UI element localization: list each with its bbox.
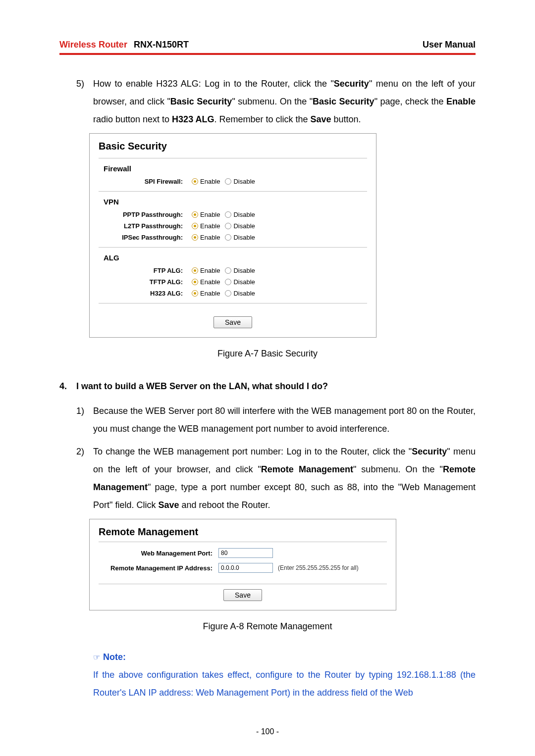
text: button. [331, 114, 361, 124]
note-text: If the above configuration takes effect,… [93, 666, 476, 702]
note-heading: ☞Note: [93, 648, 476, 666]
radio-label: Enable [200, 290, 220, 297]
remote-ip-input[interactable] [218, 563, 273, 573]
radio-unselected-icon [225, 223, 231, 229]
text: . Remember to click the [214, 114, 310, 124]
page: Wireless Router RNX-N150RT User Manual 5… [0, 0, 535, 756]
text-bold: H323 ALG [172, 114, 214, 124]
save-button[interactable]: Save [214, 316, 252, 328]
remote-ip-row: Remote Management IP Address: (Enter 255… [99, 563, 387, 573]
step-1-text: Because the WEB Server port 80 will inte… [93, 402, 476, 438]
remote-ip-hint: (Enter 255.255.255.255 for all) [278, 564, 359, 571]
model-label: RNX-N150RT [134, 40, 189, 50]
radio-label: Disable [233, 267, 255, 274]
spi-disable-radio[interactable]: Disable [225, 178, 255, 185]
heading-4: 4. I want to build a WEB Server on the L… [59, 377, 476, 395]
step-5: 5) How to enable H323 ALG: Log in to the… [76, 75, 476, 128]
ftp-alg-row: FTP ALG: Enable Disable [99, 267, 367, 274]
l2tp-enable-radio[interactable]: Enable [192, 222, 220, 230]
text-bold: Basic Security [313, 97, 374, 106]
text: " page, check the [374, 97, 446, 106]
page-number: - 100 - [0, 727, 535, 736]
pptp-enable-radio[interactable]: Enable [192, 211, 220, 218]
h323-disable-radio[interactable]: Disable [225, 290, 255, 297]
ftp-enable-radio[interactable]: Enable [192, 267, 220, 274]
step-5-number: 5) [76, 75, 93, 128]
step-2-number: 2) [76, 443, 93, 514]
radio-label: Enable [200, 222, 220, 230]
h323-alg-label: H323 ALG: [99, 290, 183, 297]
text-bold: Basic Security [170, 97, 232, 106]
radio-selected-icon [192, 223, 198, 229]
firewall-section: Firewall SPI Firewall: Enable Disable [99, 158, 367, 185]
radio-label: Disable [233, 178, 255, 185]
text: radio button next to [93, 114, 172, 124]
radio-label: Disable [233, 290, 255, 297]
text-bold: Security [334, 79, 369, 89]
l2tp-row: L2TP Passthrough: Enable Disable [99, 222, 367, 230]
radio-unselected-icon [225, 290, 231, 297]
radio-label: Enable [200, 178, 220, 185]
figure-a7-caption: Figure A-7 Basic Security [59, 345, 476, 362]
header-right: User Manual [423, 40, 476, 50]
remote-management-panel: Remote Management Web Management Port: R… [89, 519, 396, 610]
ipsec-disable-radio[interactable]: Disable [225, 234, 255, 241]
save-button[interactable]: Save [223, 589, 262, 601]
ipsec-enable-radio[interactable]: Enable [192, 234, 220, 241]
text-bold: Security [412, 447, 447, 456]
text-bold: Enable [446, 97, 476, 106]
panel-title: Basic Security [99, 141, 367, 152]
text-bold: Save [158, 500, 179, 510]
radio-unselected-icon [225, 211, 231, 218]
text-bold: Save [311, 114, 331, 124]
step-1: 1) Because the WEB Server port 80 will i… [76, 402, 476, 438]
tftp-alg-label: TFTP ALG: [99, 278, 183, 286]
radio-unselected-icon [225, 279, 231, 285]
tftp-alg-row: TFTP ALG: Enable Disable [99, 278, 367, 286]
l2tp-label: L2TP Passthrough: [99, 222, 183, 230]
h323-enable-radio[interactable]: Enable [192, 290, 220, 297]
basic-security-panel: Basic Security Firewall SPI Firewall: En… [89, 133, 376, 338]
text: and reboot the Router. [179, 500, 270, 510]
tftp-disable-radio[interactable]: Disable [225, 278, 255, 286]
radio-selected-icon [192, 234, 198, 241]
radio-label: Disable [233, 211, 255, 218]
pptp-label: PPTP Passthrough: [99, 211, 183, 218]
alg-title: ALG [104, 253, 367, 262]
radio-selected-icon [192, 279, 198, 285]
radio-selected-icon [192, 211, 198, 218]
remote-ip-label: Remote Management IP Address: [99, 564, 213, 572]
radio-label: Enable [200, 211, 220, 218]
pptp-disable-radio[interactable]: Disable [225, 211, 255, 218]
step-2-text: To change the WEB management port number… [93, 443, 476, 514]
text: How to enable H323 ALG: Log in to the Ro… [93, 79, 334, 89]
text: " page, type a port number except 80, su… [93, 482, 476, 510]
header-rule [59, 53, 476, 55]
l2tp-disable-radio[interactable]: Disable [225, 222, 255, 230]
radio-unselected-icon [225, 234, 231, 241]
radio-selected-icon [192, 178, 198, 185]
text: " submenu. On the " [353, 464, 443, 474]
figure-a8-caption: Figure A-8 Remote Management [59, 617, 476, 635]
ipsec-row: IPSec Passthrough: Enable Disable [99, 234, 367, 241]
text: To change the WEB management port number… [93, 447, 412, 456]
radio-unselected-icon [225, 178, 231, 185]
radio-label: Disable [233, 278, 255, 286]
step-2: 2) To change the WEB management port num… [76, 443, 476, 514]
radio-selected-icon [192, 290, 198, 297]
text: " submenu. On the " [232, 97, 313, 106]
radio-selected-icon [192, 267, 198, 274]
ftp-disable-radio[interactable]: Disable [225, 267, 255, 274]
tftp-enable-radio[interactable]: Enable [192, 278, 220, 286]
pointing-hand-icon: ☞ [93, 653, 100, 661]
radio-label: Disable [233, 222, 255, 230]
vpn-section: VPN PPTP Passthrough: Enable Disable L2T… [99, 191, 367, 241]
remote-fields: Web Management Port: Remote Management I… [99, 542, 387, 584]
h323-alg-row: H323 ALG: Enable Disable [99, 290, 367, 297]
web-port-row: Web Management Port: [99, 548, 387, 558]
alg-section: ALG FTP ALG: Enable Disable TFTP ALG: En… [99, 247, 367, 297]
web-port-input[interactable] [218, 548, 273, 558]
spi-enable-radio[interactable]: Enable [192, 178, 220, 185]
vpn-title: VPN [104, 198, 367, 206]
step-1-number: 1) [76, 402, 93, 438]
